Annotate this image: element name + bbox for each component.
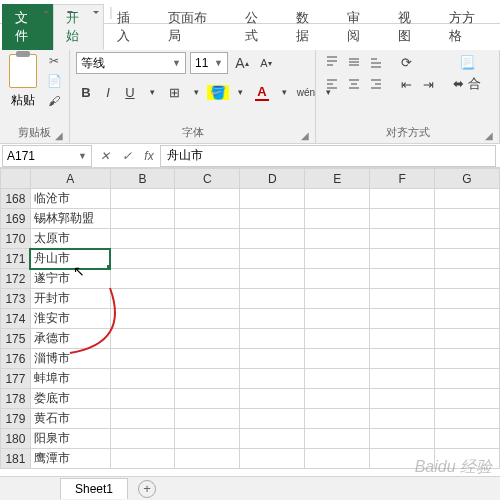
tab-page-layout[interactable]: 页面布局: [155, 4, 231, 50]
spreadsheet-grid[interactable]: ABCDEFG168临沧市169锡林郭勒盟170太原市171舟山市172遂宁市1…: [0, 168, 500, 478]
format-painter-icon[interactable]: 🖌: [45, 92, 63, 110]
dialog-launcher-icon[interactable]: ◢: [485, 130, 493, 141]
cell[interactable]: [370, 349, 435, 369]
row-header[interactable]: 178: [1, 389, 31, 409]
cell[interactable]: 临沧市: [30, 189, 110, 209]
cell[interactable]: [175, 249, 240, 269]
dialog-launcher-icon[interactable]: ◢: [301, 130, 309, 141]
cell[interactable]: [175, 329, 240, 349]
cell[interactable]: [110, 209, 175, 229]
cell[interactable]: [305, 189, 370, 209]
increase-font-icon[interactable]: A▴: [232, 53, 252, 73]
cell[interactable]: [435, 209, 500, 229]
align-middle-icon[interactable]: [344, 52, 364, 72]
fill-dropdown-icon[interactable]: ▾: [230, 82, 250, 102]
cell[interactable]: [110, 249, 175, 269]
col-header[interactable]: G: [435, 169, 500, 189]
cell[interactable]: [110, 389, 175, 409]
merge-center-icon[interactable]: ⬌ 合: [448, 74, 486, 94]
cell[interactable]: [240, 429, 305, 449]
copy-icon[interactable]: 📄: [45, 72, 63, 90]
align-top-icon[interactable]: [322, 52, 342, 72]
cell[interactable]: [370, 329, 435, 349]
cell[interactable]: [305, 429, 370, 449]
cell[interactable]: [110, 269, 175, 289]
orientation-icon[interactable]: ⟳: [396, 52, 416, 72]
font-color-dropdown-icon[interactable]: ▾: [274, 82, 294, 102]
cell[interactable]: [175, 229, 240, 249]
col-header[interactable]: A: [30, 169, 110, 189]
cell[interactable]: [305, 289, 370, 309]
decrease-font-icon[interactable]: A▾: [256, 53, 276, 73]
cell[interactable]: [370, 389, 435, 409]
cell[interactable]: [370, 429, 435, 449]
cell[interactable]: [435, 429, 500, 449]
cell[interactable]: [110, 189, 175, 209]
cancel-icon[interactable]: ✕: [94, 149, 116, 163]
align-left-icon[interactable]: [322, 74, 342, 94]
tab-view[interactable]: 视图: [385, 4, 436, 50]
cell[interactable]: 承德市: [30, 329, 110, 349]
formula-bar[interactable]: 舟山市: [160, 145, 496, 167]
cell[interactable]: [370, 229, 435, 249]
cell[interactable]: [370, 309, 435, 329]
cell[interactable]: [305, 449, 370, 469]
cell[interactable]: [175, 429, 240, 449]
cell[interactable]: [240, 389, 305, 409]
cell[interactable]: [305, 389, 370, 409]
cell[interactable]: 淄博市: [30, 349, 110, 369]
col-header[interactable]: F: [370, 169, 435, 189]
cell[interactable]: [175, 209, 240, 229]
underline-dropdown-icon[interactable]: ▾: [142, 82, 162, 102]
cell[interactable]: [240, 329, 305, 349]
cell[interactable]: [175, 449, 240, 469]
cell[interactable]: [305, 249, 370, 269]
cell[interactable]: [305, 349, 370, 369]
tab-formulas[interactable]: 公式: [232, 4, 283, 50]
cell[interactable]: [305, 329, 370, 349]
cell[interactable]: [175, 289, 240, 309]
underline-button[interactable]: U: [120, 82, 140, 102]
cell[interactable]: [370, 209, 435, 229]
cell[interactable]: [435, 229, 500, 249]
cell[interactable]: [240, 369, 305, 389]
col-header[interactable]: E: [305, 169, 370, 189]
wrap-text-icon[interactable]: 📃: [448, 52, 486, 72]
cell[interactable]: 黄石市: [30, 409, 110, 429]
cell[interactable]: [240, 409, 305, 429]
col-header[interactable]: B: [110, 169, 175, 189]
cell[interactable]: [305, 409, 370, 429]
cell[interactable]: [240, 309, 305, 329]
cell[interactable]: [240, 229, 305, 249]
cell[interactable]: [435, 389, 500, 409]
cell[interactable]: [435, 269, 500, 289]
fill-color-button[interactable]: 🪣: [208, 82, 228, 102]
col-header[interactable]: C: [175, 169, 240, 189]
decrease-indent-icon[interactable]: ⇤: [396, 74, 416, 94]
cell[interactable]: [240, 189, 305, 209]
name-box[interactable]: A171▼: [2, 145, 92, 167]
paste-button[interactable]: 粘贴: [6, 52, 39, 109]
cell[interactable]: [240, 349, 305, 369]
cell[interactable]: [305, 309, 370, 329]
cut-icon[interactable]: ✂: [45, 52, 63, 70]
cell[interactable]: 蚌埠市: [30, 369, 110, 389]
cell[interactable]: [370, 189, 435, 209]
cell[interactable]: [175, 269, 240, 289]
border-button[interactable]: ⊞: [164, 82, 184, 102]
cell[interactable]: 鹰潭市: [30, 449, 110, 469]
cell[interactable]: [305, 229, 370, 249]
cell[interactable]: [175, 409, 240, 429]
cell[interactable]: [305, 369, 370, 389]
cell[interactable]: [175, 349, 240, 369]
cell[interactable]: 开封市: [30, 289, 110, 309]
cell[interactable]: [175, 369, 240, 389]
cell[interactable]: 阳泉市: [30, 429, 110, 449]
row-header[interactable]: 176: [1, 349, 31, 369]
cell[interactable]: [175, 389, 240, 409]
cell[interactable]: 太原市: [30, 229, 110, 249]
cell[interactable]: [110, 229, 175, 249]
cell[interactable]: [110, 409, 175, 429]
cell[interactable]: 锡林郭勒盟: [30, 209, 110, 229]
cell[interactable]: [110, 369, 175, 389]
